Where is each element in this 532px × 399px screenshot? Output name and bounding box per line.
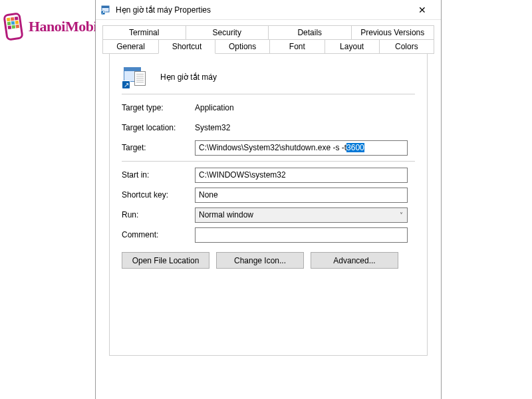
run-select[interactable]: Normal window ˅ — [195, 207, 408, 223]
tab-colors[interactable]: Colors — [379, 39, 434, 54]
tab-terminal[interactable]: Terminal — [102, 25, 186, 40]
tab-layout[interactable]: Layout — [325, 39, 380, 54]
start-in-input[interactable] — [195, 168, 408, 183]
tab-general[interactable]: General — [102, 39, 159, 54]
run-select-value: Normal window — [199, 210, 253, 219]
tab-shortcut[interactable]: Shortcut — [158, 39, 215, 54]
value-target-type: Application — [195, 103, 234, 112]
target-input[interactable]: C:\Windows\System32\shutdown.exe -s -t 3… — [195, 140, 408, 156]
advanced-button[interactable]: Advanced... — [311, 252, 398, 269]
target-text-prefix: C:\Windows\System32\shutdown.exe -s -t — [199, 143, 346, 152]
window-title: Hẹn giờ tắt máy Properties — [116, 5, 409, 15]
change-icon-button[interactable]: Change Icon... — [216, 252, 304, 269]
watermark-logo: HanoiMobile — [2, 12, 107, 41]
shortcut-large-icon: ↗ — [122, 66, 144, 88]
close-icon: ✕ — [418, 5, 426, 15]
label-shortcut-key: Shortcut key: — [122, 190, 195, 200]
tab-security[interactable]: Security — [186, 25, 269, 40]
tab-strip: Terminal Security Details Previous Versi… — [96, 20, 441, 356]
label-target-type: Target type: — [122, 103, 195, 112]
label-comment: Comment: — [122, 230, 195, 239]
divider — [122, 94, 415, 94]
label-run: Run: — [122, 210, 195, 219]
properties-dialog: Hẹn giờ tắt máy Properties ✕ Terminal Se… — [95, 0, 442, 399]
label-start-in: Start in: — [122, 170, 195, 180]
value-target-location: System32 — [195, 123, 230, 132]
tab-font[interactable]: Font — [269, 39, 325, 54]
titlebar-icon — [101, 5, 112, 15]
comment-input[interactable] — [195, 227, 408, 243]
svg-rect-1 — [102, 6, 109, 8]
shortcut-name: Hẹn giờ tắt máy — [160, 72, 217, 82]
label-target-location: Target location: — [122, 123, 195, 132]
shortcut-panel: ↗ Hẹn giờ tắt máy Target type: Applicati… — [109, 54, 428, 356]
target-text-selection: 3600 — [346, 143, 364, 152]
chevron-down-icon: ˅ — [400, 211, 403, 219]
label-target: Target: — [122, 143, 195, 152]
watermark-phone-icon — [2, 12, 27, 41]
divider — [122, 161, 415, 162]
titlebar[interactable]: Hẹn giờ tắt máy Properties ✕ — [96, 0, 441, 20]
tab-details[interactable]: Details — [268, 25, 352, 40]
tab-previous-versions[interactable]: Previous Versions — [351, 25, 435, 40]
close-button[interactable]: ✕ — [409, 1, 436, 19]
open-file-location-button[interactable]: Open File Location — [122, 252, 209, 269]
shortcut-key-input[interactable] — [195, 188, 408, 203]
tab-options[interactable]: Options — [215, 39, 270, 54]
